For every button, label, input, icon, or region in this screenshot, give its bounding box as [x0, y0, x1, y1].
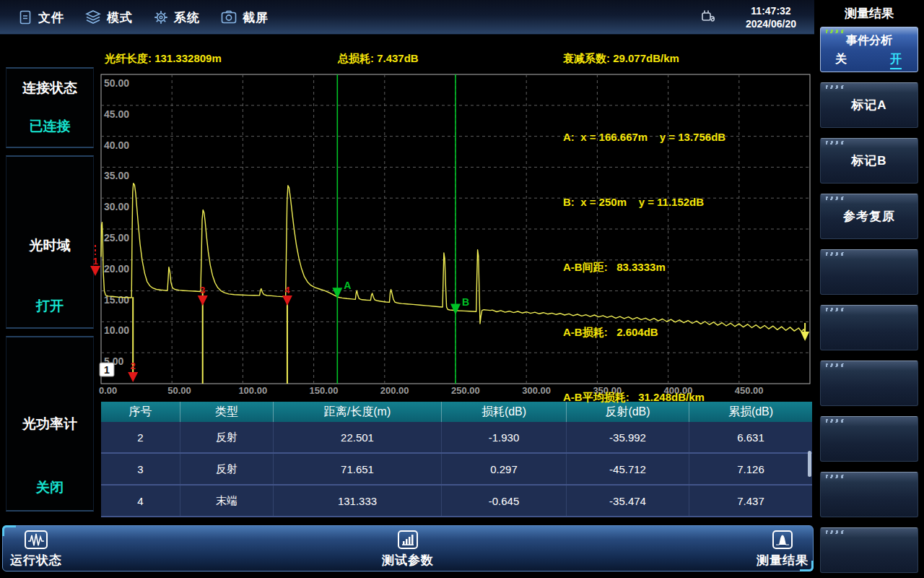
ab-loss: A-B损耗: 2.604dB [563, 322, 725, 343]
col-header: 距离/长度(m) [274, 402, 442, 422]
bottom-nav-bar: 运行状态 测试参数 测量结果 [2, 525, 814, 571]
top-bar: 文件 模式 系统 [0, 0, 814, 35]
cell-loss: 0.297 [442, 454, 567, 484]
col-header: 序号 [101, 402, 180, 422]
cell-type: 末端 [180, 486, 274, 516]
ab-distance: A-B间距: 83.3333m [563, 256, 725, 278]
right-sidebar-title: 测量结果 [814, 5, 924, 22]
cursor-a-handle[interactable] [332, 288, 342, 298]
waveform-icon [21, 530, 51, 551]
cell-index: 4 [101, 486, 180, 516]
nav-label: 测量结果 [757, 552, 808, 569]
bar-chart-icon [395, 530, 421, 551]
sidebar-button-empty[interactable] [820, 249, 918, 295]
menu-item-system[interactable]: 系统 [153, 9, 200, 26]
sidebar-button-empty[interactable] [820, 472, 918, 517]
y-tick-label: 35.00 [104, 170, 129, 181]
cell-index: 2 [101, 422, 180, 452]
sidebar-button-empty[interactable] [820, 416, 918, 462]
panel-title: 连接状态 [6, 79, 93, 98]
marker-b-button[interactable]: 标记B [820, 138, 918, 184]
cell-cum-loss: 7.437 [689, 486, 812, 516]
reference-restore-button[interactable]: 参考复原 [820, 194, 918, 239]
nav-test-params[interactable]: 测试参数 [382, 530, 434, 569]
nav-run-status[interactable]: 运行状态 [10, 530, 62, 569]
sidebar-button-empty[interactable] [820, 527, 918, 573]
table-row[interactable]: 3 反射 71.651 0.297 -45.712 7.126 [101, 454, 812, 486]
y-tick-label: 25.00 [104, 232, 129, 243]
date-text: 2024/06/20 [735, 17, 807, 30]
event-arrow [128, 372, 138, 382]
marker-a-button[interactable]: 标记A [820, 82, 918, 128]
menu-label: 系统 [174, 9, 200, 26]
time-text: 11:47:32 [735, 4, 807, 17]
main-menu: 文件 模式 系统 [17, 0, 269, 35]
panel-title: 光功率计 [6, 415, 93, 434]
col-header: 类型 [180, 402, 274, 422]
menu-label: 模式 [107, 9, 133, 26]
table-row[interactable]: 4 末端 131.333 -0.645 -35.474 7.437 [101, 486, 812, 517]
event-analysis-toggle[interactable]: 事件分析 关 开 [820, 27, 918, 72]
connection-status-panel[interactable]: 连接状态 已连接 [6, 67, 94, 148]
menu-label: 文件 [38, 9, 64, 26]
cursor-b-label: B [462, 296, 469, 308]
camera-icon [220, 9, 237, 25]
chart-region: 光纤长度: 131.332809m 总损耗: 7.437dB 衰减系数: 29.… [101, 43, 814, 520]
button-label: 参考复原 [821, 194, 918, 238]
clock: 11:47:32 2024/06/20 [735, 4, 807, 30]
panel-title: 光时域 [6, 236, 93, 255]
button-label: 标记B [821, 139, 918, 183]
event-number: 2 [131, 361, 136, 371]
panel-value: 打开 [6, 297, 93, 316]
x-tick-label: 300.00 [522, 385, 551, 396]
event-arrow [198, 296, 208, 306]
cursor-a-label: A [344, 280, 351, 291]
nav-measure-results[interactable]: 测量结果 [757, 530, 808, 569]
x-tick-label: 50.00 [167, 385, 191, 396]
panel-value: 关闭 [6, 478, 93, 497]
x-tick-label: 450.00 [735, 385, 764, 396]
x-tick-label: 150.00 [310, 385, 339, 396]
nav-label: 运行状态 [10, 552, 62, 569]
cell-index: 3 [101, 454, 180, 484]
menu-item-file[interactable]: 文件 [17, 9, 64, 26]
x-tick-label: 100.00 [238, 385, 267, 396]
cell-type: 反射 [180, 454, 274, 484]
menu-item-mode[interactable]: 模式 [84, 9, 133, 26]
cursor-b-handle[interactable] [450, 304, 461, 315]
button-label: 标记A [821, 83, 918, 127]
toggle-off-option[interactable]: 关 [835, 52, 847, 67]
cursor-info: A: x = 166.667m y = 13.756dB B: x = 250m… [563, 83, 725, 452]
panel-value: 已连接 [6, 117, 93, 136]
peak-icon [770, 530, 796, 551]
x-tick-label: 250.00 [451, 385, 480, 396]
total-loss-stat: 总损耗: 7.437dB [338, 52, 419, 66]
y-tick-label: 20.00 [104, 263, 129, 275]
cell-distance: 71.651 [274, 454, 442, 484]
menu-item-screenshot[interactable]: 截屏 [220, 9, 269, 26]
right-sidebar: 测量结果 事件分析 关 开 标记A 标记B 参考复原 [814, 0, 924, 578]
file-icon [17, 9, 33, 25]
table-scrollbar-thumb[interactable] [808, 451, 811, 477]
event-number: 3 [200, 285, 205, 296]
fiber-length-stat: 光纤长度: 131.332809m [105, 52, 222, 66]
menu-label: 截屏 [243, 9, 269, 26]
cell-distance: 131.333 [274, 486, 442, 516]
nav-label: 测试参数 [382, 552, 434, 569]
power-meter-panel[interactable]: 光功率计 关闭 [6, 336, 94, 512]
sidebar-button-empty[interactable] [820, 305, 918, 350]
sidebar-button-empty[interactable] [820, 361, 918, 406]
cell-distance: 22.501 [274, 422, 442, 452]
otdr-panel[interactable]: 光时域 打开 [6, 155, 94, 329]
y-tick-label: 40.00 [104, 139, 129, 151]
x-tick-label: 0.00 [99, 385, 117, 396]
toggle-on-option[interactable]: 开 [890, 52, 902, 69]
x-tick-label: 200.00 [380, 385, 409, 396]
cursor-b-readout: B: x = 250m y = 11.152dB [563, 191, 725, 213]
status-cluster: 11:47:32 2024/06/20 [697, 0, 807, 35]
power-plug-icon [697, 5, 722, 30]
event-number: 4 [284, 285, 290, 296]
y-tick-label: 30.00 [104, 201, 129, 212]
col-header: 损耗(dB) [442, 402, 567, 422]
cell-loss: -1.930 [442, 422, 567, 452]
